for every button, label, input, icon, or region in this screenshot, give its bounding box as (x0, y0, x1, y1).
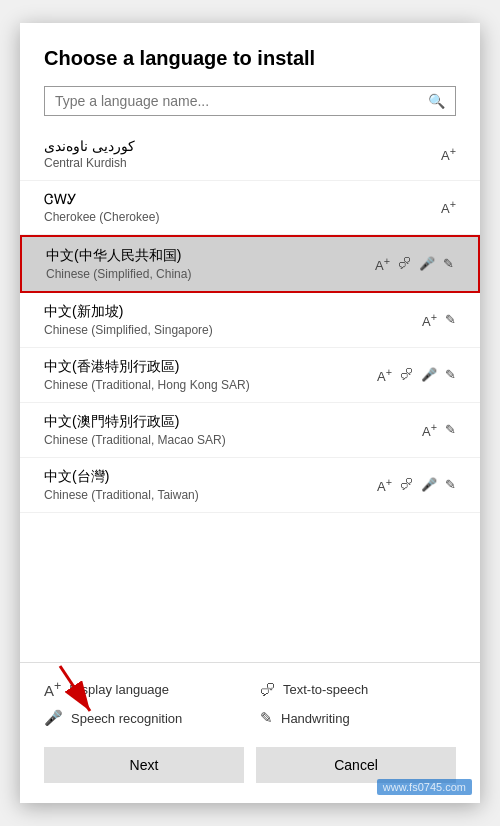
tts-legend-icon: 🗪 (260, 681, 275, 698)
lang-native: 中文(香港特別行政區) (44, 358, 250, 376)
lang-native: کوردیی ناوەندی (44, 138, 135, 154)
lang-info: ᏣᎳᎩ Cherokee (Cherokee) (44, 191, 159, 224)
watermark: www.fs0745.com (377, 779, 472, 795)
handwriting-icon: ✎ (445, 477, 456, 492)
list-item[interactable]: 中文(新加坡) Chinese (Simplified, Singapore) … (20, 293, 480, 348)
handwriting-icon: ✎ (443, 256, 454, 271)
legend-display-label: Display language (69, 682, 169, 697)
display-lang-icon: A+ (375, 255, 390, 273)
dialog-title: Choose a language to install (44, 47, 456, 70)
list-item[interactable]: 中文(香港特別行政區) Chinese (Traditional, Hong K… (20, 348, 480, 403)
lang-icons: A+ (441, 145, 456, 163)
lang-native: 中文(澳門特別行政區) (44, 413, 226, 431)
lang-native: 中文(中华人民共和国) (46, 247, 191, 265)
lang-info: 中文(中华人民共和国) Chinese (Simplified, China) (46, 247, 191, 281)
list-item[interactable]: ᏣᎳᎩ Cherokee (Cherokee) A+ (20, 181, 480, 235)
mic-icon: 🎤 (419, 256, 435, 271)
lang-english: Chinese (Simplified, China) (46, 267, 191, 281)
display-lang-icon: A+ (441, 198, 456, 216)
lang-icons: A+ 🗪 🎤 ✎ (377, 366, 456, 384)
list-item-selected[interactable]: 中文(中华人民共和国) Chinese (Simplified, China) … (20, 235, 480, 293)
search-icon: 🔍 (428, 93, 445, 109)
lang-icons: A+ ✎ (422, 311, 456, 329)
speech-icon: 🗪 (400, 477, 413, 492)
legend-display-language: A+ Display language (44, 679, 240, 699)
lang-info: 中文(香港特別行政區) Chinese (Traditional, Hong K… (44, 358, 250, 392)
lang-info: 中文(澳門特別行政區) Chinese (Traditional, Macao … (44, 413, 226, 447)
lang-icons: A+ (441, 198, 456, 216)
handwriting-legend-icon: ✎ (260, 709, 273, 727)
legend-handwriting: ✎ Handwriting (260, 709, 456, 727)
display-lang-icon: A+ (377, 476, 392, 494)
lang-info: کوردیی ناوەندی Central Kurdish (44, 138, 135, 170)
lang-native: 中文(新加坡) (44, 303, 213, 321)
speech-legend-icon: 🎤 (44, 709, 63, 727)
lang-native: 中文(台灣) (44, 468, 199, 486)
search-box[interactable]: 🔍 (44, 86, 456, 116)
language-list: کوردیی ناوەندی Central Kurdish A+ ᏣᎳᎩ Ch… (20, 128, 480, 662)
display-lang-icon: A+ (422, 421, 437, 439)
list-item[interactable]: 中文(澳門特別行政區) Chinese (Traditional, Macao … (20, 403, 480, 458)
dialog-header: Choose a language to install 🔍 (20, 23, 480, 128)
handwriting-icon: ✎ (445, 422, 456, 437)
next-button[interactable]: Next (44, 747, 244, 783)
legend-speech-recognition: 🎤 Speech recognition (44, 709, 240, 727)
lang-info: 中文(新加坡) Chinese (Simplified, Singapore) (44, 303, 213, 337)
mic-icon: 🎤 (421, 477, 437, 492)
display-lang-icon: A+ (377, 366, 392, 384)
lang-english: Cherokee (Cherokee) (44, 210, 159, 224)
legend-tts-label: Text-to-speech (283, 682, 368, 697)
mic-icon: 🎤 (421, 367, 437, 382)
legend-text-to-speech: 🗪 Text-to-speech (260, 679, 456, 699)
lang-info: 中文(台灣) Chinese (Traditional, Taiwan) (44, 468, 199, 502)
legend-speech-label: Speech recognition (71, 711, 182, 726)
display-lang-icon: A+ (422, 311, 437, 329)
list-item[interactable]: کوردیی ناوەندی Central Kurdish A+ (20, 128, 480, 181)
legend: A+ Display language 🗪 Text-to-speech 🎤 S… (20, 662, 480, 735)
cancel-button[interactable]: Cancel (256, 747, 456, 783)
lang-english: Central Kurdish (44, 156, 135, 170)
speech-icon: 🗪 (398, 256, 411, 271)
lang-icons: A+ 🗪 🎤 ✎ (377, 476, 456, 494)
handwriting-icon: ✎ (445, 312, 456, 327)
lang-english: Chinese (Traditional, Hong Kong SAR) (44, 378, 250, 392)
lang-english: Chinese (Traditional, Taiwan) (44, 488, 199, 502)
legend-handwriting-label: Handwriting (281, 711, 350, 726)
display-lang-icon: A+ (441, 145, 456, 163)
display-lang-legend-icon: A+ (44, 679, 61, 699)
speech-icon: 🗪 (400, 367, 413, 382)
list-item[interactable]: 中文(台灣) Chinese (Traditional, Taiwan) A+ … (20, 458, 480, 513)
search-input[interactable] (55, 93, 428, 109)
lang-icons: A+ 🗪 🎤 ✎ (375, 255, 454, 273)
lang-native: ᏣᎳᎩ (44, 191, 159, 208)
lang-english: Chinese (Traditional, Macao SAR) (44, 433, 226, 447)
lang-english: Chinese (Simplified, Singapore) (44, 323, 213, 337)
lang-icons: A+ ✎ (422, 421, 456, 439)
choose-language-dialog: Choose a language to install 🔍 کوردیی نا… (20, 23, 480, 803)
handwriting-icon: ✎ (445, 367, 456, 382)
